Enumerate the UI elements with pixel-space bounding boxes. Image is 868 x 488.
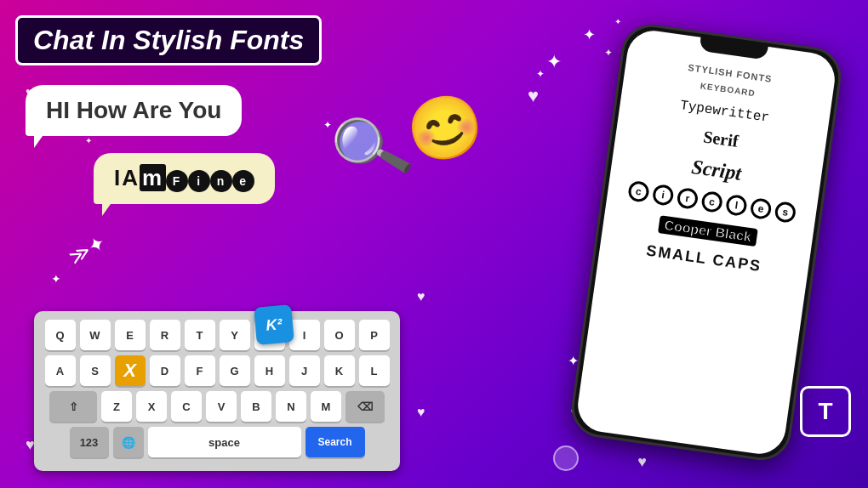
keyboard-row-2: A S X D F G H J K L <box>41 355 393 386</box>
star-streak: ≫✦ <box>65 230 110 270</box>
key-v[interactable]: V <box>206 391 237 422</box>
emoji-magnifier: 🔍😊 <box>325 83 492 193</box>
heart-decor-7: ♥ <box>637 453 647 471</box>
key-o[interactable]: O <box>324 320 355 350</box>
sparkle-decor-6: ✦ <box>51 272 61 286</box>
keyboard-row-3: ⇧ Z X C V B N M ⌫ <box>41 391 393 422</box>
key-c[interactable]: C <box>171 391 202 422</box>
chat-area: HI How Are You IAmFine <box>26 85 349 204</box>
key-e[interactable]: E <box>115 320 146 350</box>
key-b[interactable]: B <box>241 391 271 422</box>
keyboard: Q W E R T Y U I O P A S X D F G H J K L … <box>34 311 400 471</box>
key-delete[interactable]: ⌫ <box>345 391 385 422</box>
key-space-label: space <box>208 436 240 449</box>
key-space[interactable]: space <box>148 427 301 457</box>
sparkle-decor-1: ✦ <box>583 26 596 44</box>
key-j[interactable]: J <box>289 355 320 386</box>
heart-decor-2: ♥ <box>417 289 425 304</box>
key-q[interactable]: Q <box>45 320 76 350</box>
app-title-box: Chat In Stylish Fonts <box>15 15 322 65</box>
key-n[interactable]: N <box>276 391 306 422</box>
key-g[interactable]: G <box>220 355 250 386</box>
heart-decor-1: ♥ <box>528 85 539 107</box>
app-title: Chat In Stylish Fonts <box>33 25 304 56</box>
circle-decor-1 <box>553 445 579 471</box>
key-t[interactable]: T <box>185 320 215 350</box>
keyboard-row-1: Q W E R T Y U I O P <box>41 320 393 350</box>
key-123-label: 123 <box>80 436 99 449</box>
key-d[interactable]: D <box>150 355 180 386</box>
text-format-icon-box[interactable]: T <box>800 386 851 437</box>
key-h[interactable]: H <box>254 355 285 386</box>
sparkle-decor-3: ✦ <box>614 17 621 26</box>
keyboard-row-4: 123 🌐 space Search <box>41 427 393 457</box>
sparkle-phone-1: ✦ <box>568 353 579 369</box>
sparkle-phone-2: ✦ <box>546 51 562 73</box>
chat-bubble-2-text: IAmFine <box>114 165 254 190</box>
key-search[interactable]: Search <box>306 427 365 457</box>
key-p[interactable]: P <box>359 320 390 350</box>
sparkle-phone-3: ✦ <box>536 68 545 80</box>
key-x-highlight[interactable]: X <box>115 355 146 386</box>
heart-decor-3: ♥ <box>417 405 425 420</box>
key-l[interactable]: L <box>359 355 390 386</box>
sparkle-decor-2: ✦ <box>604 47 613 59</box>
text-format-icon: T <box>818 398 832 425</box>
key-search-label: Search <box>317 436 351 448</box>
key-z[interactable]: Z <box>101 391 132 422</box>
k2-sticker: K² <box>254 304 294 345</box>
key-globe[interactable]: 🌐 <box>113 427 144 457</box>
chat-bubble-1: HI How Are You <box>26 85 242 136</box>
chat-bubble-1-text: HI How Are You <box>46 97 221 123</box>
key-y[interactable]: Y <box>220 320 250 350</box>
key-r[interactable]: R <box>150 320 180 350</box>
key-shift[interactable]: ⇧ <box>49 391 97 422</box>
chat-bubble-2: IAmFine <box>94 153 275 204</box>
key-123[interactable]: 123 <box>70 427 109 457</box>
key-a[interactable]: A <box>45 355 76 386</box>
key-x2[interactable]: X <box>136 391 167 422</box>
phone-screen: Stylish Fonts Keyboard Typewritter Serif… <box>574 27 838 457</box>
key-m[interactable]: M <box>311 391 341 422</box>
font-list: Stylish Fonts Keyboard Typewritter Serif… <box>612 53 821 282</box>
key-s[interactable]: S <box>80 355 111 386</box>
key-k[interactable]: K <box>324 355 355 386</box>
key-w[interactable]: W <box>80 320 111 350</box>
key-f[interactable]: F <box>185 355 215 386</box>
